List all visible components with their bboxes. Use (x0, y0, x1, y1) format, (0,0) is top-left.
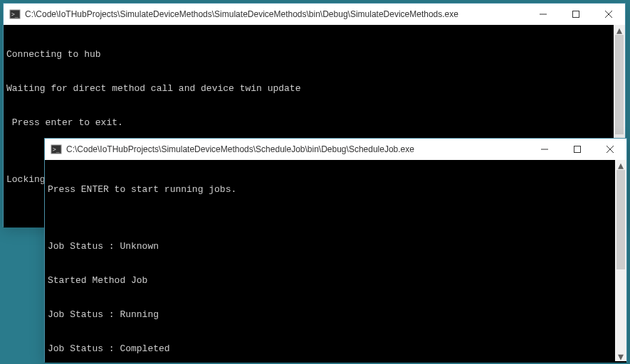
titlebar[interactable]: >_ C:\Code\IoTHubProjects\SimulateDevice… (45, 139, 626, 160)
minimize-button[interactable] (528, 139, 561, 160)
window-title: C:\Code\IoTHubProjects\SimulateDeviceMet… (66, 144, 528, 154)
scroll-up-icon[interactable]: ▴ (615, 160, 626, 170)
maximize-button[interactable] (561, 139, 594, 160)
window-title: C:\Code\IoTHubProjects\SimulateDeviceMet… (25, 9, 527, 19)
app-icon: >_ (9, 9, 21, 20)
scrollbar[interactable]: ▴ ▾ (615, 160, 626, 361)
app-icon: >_ (51, 144, 62, 155)
scroll-thumb[interactable] (616, 170, 625, 269)
console-line: Job Status : Completed (48, 343, 624, 355)
console-line: Started Method Job (48, 275, 624, 287)
maximize-button[interactable] (560, 4, 592, 25)
scroll-up-icon[interactable]: ▴ (614, 25, 625, 35)
svg-rect-3 (573, 11, 579, 18)
close-button[interactable] (594, 139, 626, 160)
console-output: Press ENTER to start running jobs. Job S… (45, 160, 626, 363)
window-controls (527, 4, 625, 25)
svg-rect-9 (574, 146, 581, 153)
close-button[interactable] (592, 4, 625, 25)
console-line: Press ENTER to start running jobs. (48, 184, 624, 196)
console-window-schedule-job: >_ C:\Code\IoTHubProjects\SimulateDevice… (44, 138, 627, 362)
console-line: Connecting to hub (6, 49, 622, 60)
console-line: Job Status : Running (48, 309, 624, 321)
console-line: Waiting for direct method call and devic… (6, 83, 622, 95)
console-line: Job Status : Unknown (48, 241, 624, 252)
scroll-down-icon[interactable]: ▾ (615, 351, 626, 361)
svg-text:>_: >_ (53, 146, 60, 153)
minimize-button[interactable] (527, 4, 560, 25)
svg-text:>_: >_ (11, 11, 19, 18)
console-line: Press enter to exit. (6, 117, 622, 129)
titlebar[interactable]: >_ C:\Code\IoTHubProjects\SimulateDevice… (4, 4, 625, 25)
scroll-thumb[interactable] (615, 35, 624, 134)
window-controls (528, 139, 626, 160)
